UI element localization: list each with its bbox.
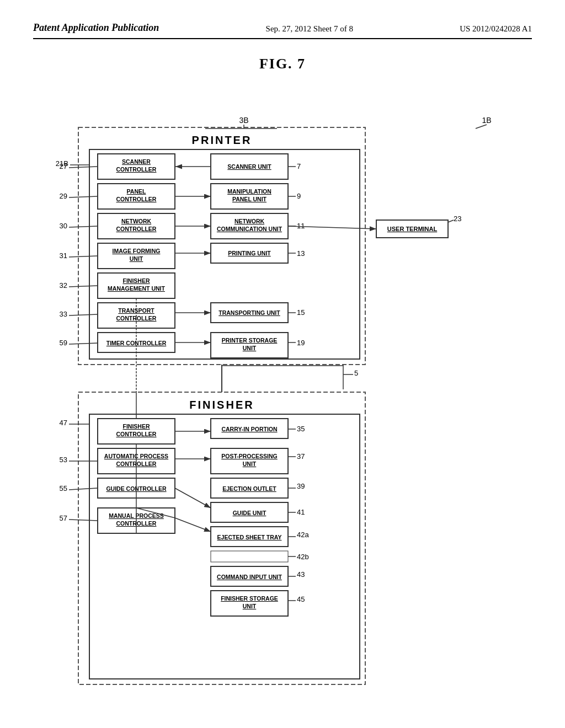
svg-text:USER TERMINAL: USER TERMINAL	[387, 226, 438, 232]
ref-57: 57	[60, 514, 67, 522]
svg-line-43	[69, 256, 98, 257]
svg-text:CARRY-IN PORTION: CARRY-IN PORTION	[221, 426, 277, 432]
ref-47: 47	[60, 419, 67, 427]
svg-text:UNIT: UNIT	[243, 345, 257, 351]
ref-5: 5	[354, 369, 358, 377]
svg-text:PANEL UNIT: PANEL UNIT	[232, 196, 267, 202]
ref-37: 37	[297, 452, 305, 461]
page-header: Patent Application Publication Sep. 27, …	[33, 22, 532, 39]
ref-11: 11	[297, 222, 305, 230]
svg-text:FINISHER: FINISHER	[189, 399, 254, 411]
printer-ref-3b: 3B	[239, 116, 248, 125]
svg-text:GUIDE UNIT: GUIDE UNIT	[233, 510, 266, 516]
ref-45: 45	[297, 595, 305, 603]
ref-42b: 42b	[297, 553, 309, 561]
svg-text:PRINTING UNIT: PRINTING UNIT	[228, 250, 271, 256]
svg-rect-107	[211, 551, 288, 562]
printer-ref-1b: 1B	[482, 116, 491, 125]
svg-text:MANAGEMENT UNIT: MANAGEMENT UNIT	[108, 285, 165, 292]
svg-line-48	[69, 286, 98, 287]
svg-text:PRINTER: PRINTER	[192, 134, 252, 146]
svg-text:PRINTER STORAGE: PRINTER STORAGE	[222, 337, 278, 344]
svg-text:COMMAND INPUT UNIT: COMMAND INPUT UNIT	[217, 574, 282, 580]
svg-line-36	[448, 220, 454, 222]
diagram-container: PRINTER 3B 1B 21B SCANNER CONTROLLER SCA…	[34, 94, 531, 703]
svg-line-102	[175, 518, 211, 532]
svg-text:FINISHER STORAGE: FINISHER STORAGE	[221, 595, 278, 602]
svg-text:TRANSPORTING UNIT: TRANSPORTING UNIT	[218, 309, 280, 316]
ref-7: 7	[297, 162, 301, 170]
ref-32: 32	[60, 281, 67, 290]
ref-9: 9	[297, 192, 301, 200]
svg-text:CONTROLLER: CONTROLLER	[116, 196, 157, 202]
page: Patent Application Publication Sep. 27, …	[0, 0, 565, 728]
svg-line-22	[69, 196, 98, 197]
date-sheet-label: Sep. 27, 2012 Sheet 7 of 8	[266, 24, 353, 34]
patent-number-label: US 2012/0242028 A1	[460, 24, 532, 34]
ref-29: 29	[60, 192, 67, 200]
svg-text:COMMUNICATION UNIT: COMMUNICATION UNIT	[217, 226, 282, 232]
ref-19: 19	[297, 339, 305, 347]
svg-line-5	[476, 125, 487, 129]
svg-text:CONTROLLER: CONTROLLER	[116, 431, 157, 437]
svg-text:FINISHER: FINISHER	[122, 277, 150, 284]
ref-41: 41	[297, 508, 305, 516]
publication-label: Patent Application Publication	[33, 22, 159, 34]
svg-text:CONTROLLER: CONTROLLER	[116, 226, 157, 232]
svg-line-31	[69, 226, 98, 227]
diagram-svg: PRINTER 3B 1B 21B SCANNER CONTROLLER SCA…	[34, 94, 531, 701]
ref-39: 39	[297, 482, 305, 490]
ref-42a: 42a	[297, 531, 309, 539]
svg-text:PANEL: PANEL	[127, 188, 146, 195]
svg-text:POST-PROCESSING: POST-PROCESSING	[221, 453, 278, 459]
svg-text:MANIPULATION: MANIPULATION	[227, 188, 271, 195]
ref-55: 55	[60, 484, 67, 493]
svg-text:SCANNER UNIT: SCANNER UNIT	[227, 163, 271, 170]
svg-line-105	[69, 520, 98, 521]
svg-text:NETWORK: NETWORK	[234, 218, 265, 224]
svg-text:SCANNER: SCANNER	[122, 158, 151, 165]
svg-line-55	[69, 314, 98, 315]
svg-line-13	[69, 167, 98, 168]
svg-line-63	[69, 343, 98, 344]
svg-text:UNIT: UNIT	[130, 255, 143, 262]
svg-line-94	[175, 488, 211, 508]
ref-31: 31	[60, 251, 67, 260]
ref-15: 15	[297, 308, 305, 317]
svg-text:FINISHER: FINISHER	[122, 423, 150, 430]
ref-23: 23	[454, 215, 461, 223]
svg-text:NETWORK: NETWORK	[121, 218, 152, 224]
svg-text:EJECTION OUTLET: EJECTION OUTLET	[222, 485, 276, 492]
svg-text:EJECTED SHEET TRAY: EJECTED SHEET TRAY	[217, 534, 282, 540]
figure-title: FIG. 7	[33, 56, 532, 72]
svg-text:UNIT: UNIT	[243, 461, 257, 467]
svg-text:CONTROLLER: CONTROLLER	[116, 166, 157, 173]
svg-text:UNIT: UNIT	[243, 603, 257, 609]
ref-53: 53	[60, 456, 67, 464]
ref-43: 43	[297, 570, 305, 579]
ref-27: 27	[60, 162, 67, 170]
ref-33: 33	[60, 310, 67, 318]
svg-line-97	[69, 488, 98, 490]
ref-59: 59	[60, 339, 67, 347]
ref-13: 13	[297, 249, 305, 258]
ref-35: 35	[297, 425, 305, 433]
ref-30: 30	[60, 222, 67, 230]
svg-text:IMAGE FORMING: IMAGE FORMING	[113, 248, 161, 254]
